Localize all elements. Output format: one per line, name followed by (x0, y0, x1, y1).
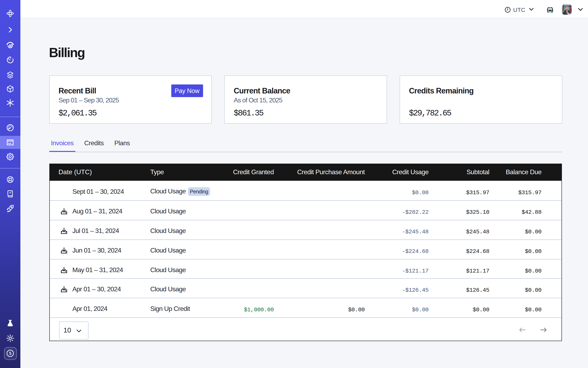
svg-text:$: $ (9, 351, 11, 356)
